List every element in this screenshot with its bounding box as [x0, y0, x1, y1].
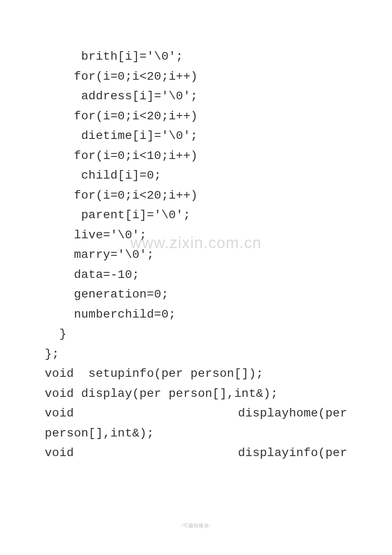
code-line: address[i]='\0';	[45, 87, 347, 107]
code-line: for(i=0;i<10;i++)	[45, 146, 347, 166]
code-line: dietime[i]='\0';	[45, 126, 347, 146]
code-line: void setupinfo(per person[]);	[45, 364, 347, 384]
code-line: };	[45, 344, 347, 364]
code-right: displayinfo(per	[238, 443, 347, 463]
code-line: for(i=0;i<20;i++)	[45, 107, 347, 127]
code-left: void	[45, 443, 74, 463]
code-line: parent[i]='\0';	[45, 205, 347, 225]
code-line: }	[45, 324, 347, 344]
code-line: for(i=0;i<20;i++)	[45, 186, 347, 206]
code-line: generation=0;	[45, 285, 347, 305]
code-line: for(i=0;i<20;i++)	[45, 67, 347, 87]
document-page: brith[i]='\0'; for(i=0;i<20;i++) address…	[0, 0, 392, 463]
code-line: data=-10;	[45, 265, 347, 285]
code-line: marry='\0';	[45, 245, 347, 265]
code-right: displayhome(per	[238, 404, 347, 424]
code-line: child[i]=0;	[45, 166, 347, 186]
code-line: live='\0';	[45, 225, 347, 246]
code-line: brith[i]='\0';	[45, 47, 347, 67]
code-line: void displayhome(per	[45, 404, 347, 424]
footer-text: -可编辑修改-	[0, 522, 392, 529]
code-line: void display(per person[],int&);	[45, 384, 347, 404]
code-left: void	[45, 404, 74, 424]
code-line: numberchild=0;	[45, 305, 347, 325]
code-line: void displayinfo(per	[45, 443, 347, 463]
code-line: person[],int&);	[45, 424, 347, 444]
